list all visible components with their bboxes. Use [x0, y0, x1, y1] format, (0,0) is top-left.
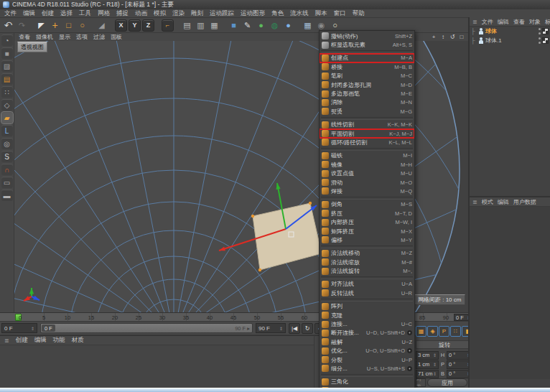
- context-menu-item[interactable]: 对齐法线U~A: [320, 280, 414, 289]
- y-axis-lock-icon[interactable]: Y: [129, 19, 141, 32]
- stepper-icon[interactable]: ⇕: [433, 353, 437, 358]
- apply-button[interactable]: 应用: [427, 378, 467, 387]
- camera-icon[interactable]: ◉: [315, 19, 327, 32]
- context-menu-item[interactable]: 创建点M~A: [320, 54, 414, 62]
- lock-workplane-icon[interactable]: ▬: [1, 190, 13, 201]
- texture-mode-icon[interactable]: ▨: [1, 60, 13, 72]
- context-menu-item[interactable]: 平面切割K~J, M~J: [320, 129, 414, 138]
- viewport-menu-item[interactable]: 摄像机: [36, 33, 53, 41]
- context-menu-item[interactable]: 焊接M~Q: [320, 187, 414, 195]
- menubar-item[interactable]: 角色: [271, 9, 284, 18]
- end-frame-field[interactable]: 90 F⇕: [256, 323, 286, 333]
- stepper-icon[interactable]: ⇕: [433, 371, 437, 376]
- redo-icon[interactable]: ↷: [16, 19, 28, 32]
- z-axis-lock-icon[interactable]: Z: [142, 19, 154, 32]
- subdivision-surface-icon[interactable]: ●: [255, 19, 267, 32]
- object-manager-menu-item[interactable]: 文件: [482, 18, 493, 26]
- object-name[interactable]: 球体: [485, 27, 497, 35]
- snap-enable-icon[interactable]: ▦: [416, 326, 427, 337]
- context-menu-item[interactable]: 循环/路径切割K~L, M~L: [320, 138, 414, 146]
- toggle-view-icon[interactable]: □: [458, 33, 465, 40]
- last-tool-icon[interactable]: ◢: [95, 19, 108, 32]
- context-menu-item[interactable]: 多边形画笔M~E: [320, 89, 414, 98]
- context-menu-item[interactable]: 矩阵挤压M~X: [320, 227, 414, 235]
- context-menu-item[interactable]: 内部挤压M~W, I: [320, 218, 414, 226]
- context-menu-item[interactable]: 克隆: [320, 311, 414, 319]
- context-menu-item[interactable]: 桥接M~B, B: [320, 62, 414, 71]
- rotate-view-icon[interactable]: ↺: [449, 33, 456, 40]
- workplane-icon[interactable]: ▭: [1, 177, 13, 188]
- context-menu-item[interactable]: 滑动M~O: [320, 178, 414, 187]
- model-mode-icon[interactable]: ■: [1, 47, 13, 59]
- viewport-solo-icon[interactable]: ◎: [1, 138, 13, 149]
- vertex-snap-icon[interactable]: ◈: [427, 326, 438, 337]
- timeline-slider[interactable]: 0 F 90 F ▸: [40, 323, 253, 333]
- taskbar-strip[interactable]: [0, 388, 550, 392]
- context-menu-item[interactable]: 偏移M~Y: [320, 235, 414, 244]
- menubar-item[interactable]: 运动跟踪: [210, 9, 234, 18]
- context-menu-item[interactable]: 优化...U~O, U~Shift+O: [320, 347, 414, 355]
- magnet-snap-icon[interactable]: ∩: [1, 164, 13, 175]
- options-dot-icon[interactable]: [407, 366, 412, 371]
- context-menu-item[interactable]: 设置点值M~U: [320, 169, 414, 177]
- size-field[interactable]: 3 cm⇕: [416, 351, 439, 360]
- options-dot-icon[interactable]: [407, 348, 412, 353]
- context-menu-item[interactable]: 挤压M~T, D: [320, 209, 414, 218]
- x-axis-lock-icon[interactable]: X: [115, 19, 127, 32]
- viewport-menu-item[interactable]: 面板: [111, 33, 122, 41]
- perpendicular-snap-icon[interactable]: P: [439, 326, 449, 337]
- enable-axis-icon[interactable]: L: [1, 125, 13, 136]
- context-menu-item[interactable]: 撤销(动作)Shift+Z: [320, 32, 414, 40]
- context-menu-item[interactable]: 框显选取元素Alt+S, S: [320, 40, 414, 49]
- context-menu-item[interactable]: 镜像M~H: [320, 160, 414, 169]
- rotate-tool-icon[interactable]: ○: [76, 19, 88, 32]
- render-view-icon[interactable]: ▤: [181, 19, 193, 32]
- texture-tag-icon[interactable]: [542, 37, 549, 44]
- render-picture-viewer-icon[interactable]: ▥: [195, 19, 207, 32]
- menubar-item[interactable]: 帮助: [353, 9, 365, 18]
- stepper-icon[interactable]: ⇕: [433, 362, 437, 367]
- context-menu-item[interactable]: 融解U~Z: [320, 337, 414, 346]
- context-menu-item[interactable]: 封闭多边形孔洞M~D: [320, 80, 414, 89]
- menubar-item[interactable]: 创建: [42, 9, 54, 18]
- object-manager-menu-item[interactable]: 查看: [513, 18, 525, 26]
- context-menu-item[interactable]: 沿法线移动M~Z: [320, 249, 414, 258]
- menubar-item[interactable]: 流水线: [290, 9, 309, 18]
- light-icon[interactable]: ○: [329, 19, 341, 32]
- uv-mode-icon[interactable]: ▤: [1, 73, 13, 85]
- floor-icon[interactable]: ▦: [302, 19, 314, 32]
- object-name[interactable]: 球体.1: [485, 37, 502, 45]
- context-menu-item[interactable]: 沿法线旋转M~,: [320, 266, 414, 275]
- panel-icon[interactable]: ≣: [4, 337, 9, 344]
- menubar-item[interactable]: 渲染: [172, 9, 185, 18]
- viewport-menu-item[interactable]: 选项: [76, 33, 88, 41]
- context-menu-item[interactable]: 消除M~N: [320, 98, 414, 107]
- undo-icon[interactable]: ↶: [2, 19, 14, 32]
- spline-pen-icon[interactable]: ✎: [241, 19, 253, 32]
- start-frame-field[interactable]: 0 F⇕: [1, 323, 37, 333]
- size-field[interactable]: 71 cm⇕: [416, 370, 439, 378]
- object-manager-menu-item[interactable]: 对象: [529, 18, 541, 26]
- viewport-menu-item[interactable]: 显示: [59, 33, 70, 41]
- menubar-item[interactable]: 工具: [79, 9, 91, 18]
- primitive-cube-icon[interactable]: ■: [228, 19, 240, 32]
- object-row[interactable]: ├球体: [470, 27, 550, 36]
- context-menu-item[interactable]: 连接...U~C: [320, 319, 414, 328]
- timeline-slider-handle[interactable]: 0 F: [42, 325, 55, 332]
- deformer-icon[interactable]: ◍: [269, 19, 281, 32]
- material-menu-item[interactable]: 功能: [53, 336, 65, 345]
- menubar-item[interactable]: 模拟: [154, 9, 166, 18]
- menubar-item[interactable]: 运动图形: [241, 9, 265, 18]
- menubar-item[interactable]: 网格: [98, 9, 110, 18]
- context-menu-item[interactable]: 分裂U~P: [320, 355, 414, 364]
- grid-point-snap-icon[interactable]: ∷: [450, 326, 461, 337]
- object-manager-menu-item[interactable]: 标签: [545, 18, 550, 26]
- panel-icon[interactable]: ≣: [472, 19, 477, 25]
- context-menu-item[interactable]: 沿法线缩放M~#: [320, 258, 414, 266]
- move-tool-icon[interactable]: +: [49, 19, 61, 32]
- context-menu-item[interactable]: 磁铁M~I: [320, 151, 414, 160]
- viewport-menu-item[interactable]: 过滤: [93, 33, 105, 41]
- attribute-manager-menu-item[interactable]: 用户数据: [513, 198, 536, 206]
- menubar-item[interactable]: 编辑: [23, 9, 35, 18]
- material-menu-item[interactable]: 创建: [16, 336, 28, 345]
